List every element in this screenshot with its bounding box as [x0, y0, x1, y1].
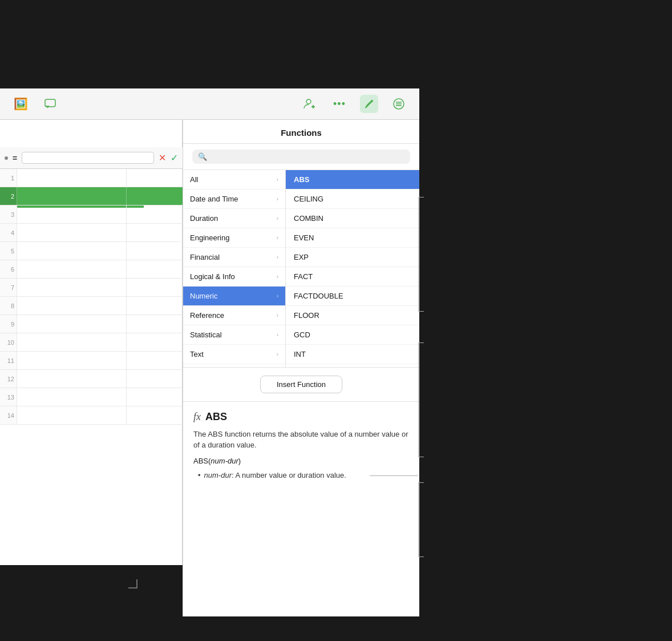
- table-row: 11: [0, 352, 183, 370]
- search-bar-area: 🔍: [183, 144, 419, 170]
- table-row: 8: [0, 297, 183, 315]
- formula-dot: [5, 156, 8, 160]
- search-icon: 🔍: [198, 152, 207, 161]
- category-item-logical[interactable]: Logical & Info›: [183, 267, 285, 287]
- formula-equals: =: [13, 154, 17, 163]
- function-item-int[interactable]: INT: [286, 345, 419, 364]
- category-item-date-time[interactable]: Date and Time›: [183, 190, 285, 209]
- formula-input[interactable]: [22, 152, 154, 164]
- table-row: 4: [0, 224, 183, 242]
- anno-bracket-t3: [418, 482, 424, 483]
- description-area: fx ABS The ABS function returns the abso…: [183, 402, 419, 617]
- anno-insert-line: [370, 475, 418, 476]
- function-item-factdouble[interactable]: FACTDOUBLE: [286, 287, 419, 306]
- function-item-abs[interactable]: ABS: [286, 170, 419, 190]
- func-title-row: fx ABS: [193, 411, 409, 423]
- add-person-icon[interactable]: [301, 95, 319, 113]
- more-icon[interactable]: •••: [330, 95, 349, 113]
- format-icon[interactable]: [390, 95, 408, 113]
- anno-bracket-t1: [418, 197, 424, 197]
- insert-button-area: Insert Function: [183, 368, 419, 402]
- search-input-wrap[interactable]: 🔍: [192, 150, 410, 164]
- table-row: 10: [0, 333, 183, 352]
- formula-bar: = ✕ ✓: [0, 147, 183, 169]
- table-row: 12: [0, 370, 183, 388]
- table-row: 14: [0, 406, 183, 425]
- table-row: 1: [0, 169, 183, 187]
- svg-point-2: [371, 100, 373, 102]
- anno-bracket-t2: [418, 342, 424, 343]
- table-row-green: 2: [0, 187, 183, 205]
- insert-function-button[interactable]: Insert Function: [260, 376, 342, 393]
- function-signature: ABS(num-dur): [193, 457, 409, 465]
- lists-container: All›Date and Time›Duration›Engineering›F…: [183, 170, 419, 368]
- resize-handle[interactable]: [128, 579, 137, 588]
- anno-bracket-v3: [418, 482, 419, 557]
- cancel-formula-button[interactable]: ✕: [159, 152, 166, 163]
- function-item-floor[interactable]: FLOOR: [286, 306, 419, 325]
- category-item-text[interactable]: Text›: [183, 345, 285, 364]
- function-item-exp[interactable]: EXP: [286, 248, 419, 267]
- functions-panel: Functions 🔍 All›Date and Time›Duration›E…: [183, 120, 419, 616]
- table-row: 3: [0, 205, 183, 224]
- category-list: All›Date and Time›Duration›Engineering›F…: [183, 170, 286, 367]
- panel-title: Functions: [183, 120, 419, 144]
- grid-area: 1 2 3 4 5 6 7 8 9: [0, 169, 183, 425]
- category-item-trigonometric[interactable]: Trigonometric›: [183, 364, 285, 367]
- function-item-lcm[interactable]: LCM: [286, 364, 419, 367]
- function-item-even[interactable]: EVEN: [286, 228, 419, 248]
- category-item-numeric[interactable]: Numeric›: [183, 287, 285, 306]
- table-row: 9: [0, 315, 183, 333]
- svg-point-1: [306, 99, 311, 104]
- category-item-financial[interactable]: Financial›: [183, 248, 285, 267]
- function-item-gcd[interactable]: GCD: [286, 325, 419, 345]
- anno-bracket-b3: [418, 557, 424, 557]
- function-description: The ABS function returns the absolute va…: [193, 429, 409, 451]
- function-item-combin[interactable]: COMBIN: [286, 209, 419, 228]
- category-item-engineering[interactable]: Engineering›: [183, 228, 285, 248]
- table-row: 13: [0, 388, 183, 406]
- brush-icon[interactable]: [360, 95, 378, 113]
- function-list: ABSCEILINGCOMBINEVENEXPFACTFACTDOUBLEFLO…: [286, 170, 419, 367]
- category-item-all[interactable]: All›: [183, 170, 285, 190]
- svg-rect-0: [45, 99, 55, 107]
- function-item-ceiling[interactable]: CEILING: [286, 190, 419, 209]
- category-item-statistical[interactable]: Statistical›: [183, 325, 285, 345]
- fx-icon: fx: [193, 411, 201, 423]
- anno-bracket-v2: [418, 342, 419, 457]
- category-item-duration[interactable]: Duration›: [183, 209, 285, 228]
- function-name-title: ABS: [205, 411, 227, 423]
- category-item-reference[interactable]: Reference›: [183, 306, 285, 325]
- accept-formula-button[interactable]: ✓: [171, 152, 178, 163]
- toolbar: 🖼️ •••: [0, 88, 419, 120]
- search-input[interactable]: [210, 152, 404, 161]
- function-item-fact[interactable]: FACT: [286, 267, 419, 287]
- table-row: 6: [0, 260, 183, 279]
- table-row: 5: [0, 242, 183, 260]
- table-row: 7: [0, 279, 183, 297]
- image-icon[interactable]: 🖼️: [11, 95, 30, 113]
- anno-bracket-b1: [418, 311, 424, 312]
- anno-bracket-b2: [418, 457, 424, 457]
- comment-icon[interactable]: [41, 95, 59, 113]
- anno-bracket-v1: [418, 197, 419, 311]
